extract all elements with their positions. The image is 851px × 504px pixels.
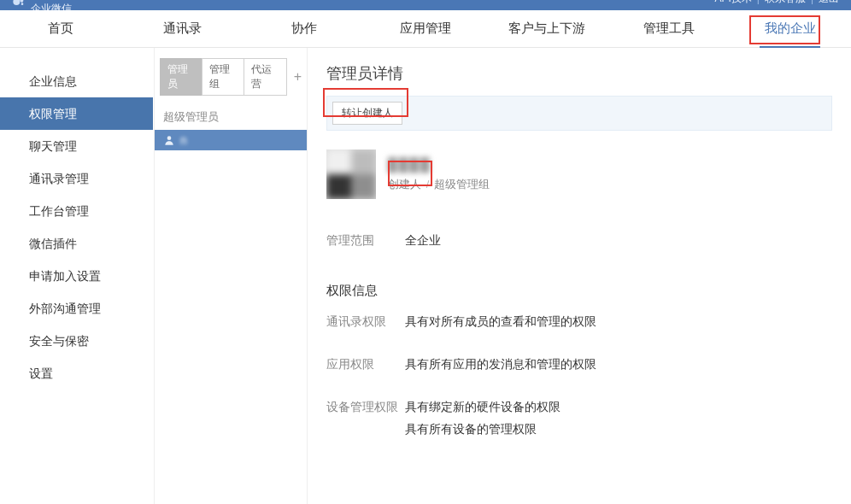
brand: 企业微信 xyxy=(12,0,72,10)
scope-value: 全企业 xyxy=(405,233,441,249)
perm-row-contacts: 通讯录权限 具有对所有成员的查看和管理的权限 xyxy=(326,314,832,337)
svg-point-0 xyxy=(13,0,20,5)
svg-point-2 xyxy=(21,3,24,5)
perm-value-line: 具有绑定新的硬件设备的权限 xyxy=(405,400,560,415)
admin-name: n xyxy=(180,133,187,147)
admin-role-tabs: 管理员 管理组 代运营 + xyxy=(155,58,307,96)
admin-list-panel: 管理员 管理组 代运营 + 超级管理员 n xyxy=(154,48,308,504)
tab-customers[interactable]: 客户与上下游 xyxy=(486,10,607,47)
sidebar-item-external-comm[interactable]: 外部沟通管理 xyxy=(0,292,153,325)
sidebar-item-workspace-mgmt[interactable]: 工作台管理 xyxy=(0,195,153,227)
content-pane: 管理员详情 转让创建人 ████ 创建人 / 超级管理组 管理范围 全企业 权限… xyxy=(308,48,851,504)
admin-section-title: 超级管理员 xyxy=(155,96,307,130)
page-title: 管理员详情 xyxy=(326,63,832,84)
tab-home[interactable]: 首页 xyxy=(0,10,121,47)
profile-meta: 创建人 / 超级管理组 xyxy=(388,177,490,192)
add-group-icon[interactable]: + xyxy=(294,70,302,84)
admin-profile: ████ 创建人 / 超级管理组 xyxy=(326,149,832,199)
sidebar-item-settings[interactable]: 设置 xyxy=(0,357,153,390)
top-nav: 首页 通讯录 协作 应用管理 客户与上下游 管理工具 我的企业 xyxy=(0,10,851,48)
sidebar: 企业信息 权限管理 聊天管理 通讯录管理 工作台管理 微信插件 申请加入设置 外… xyxy=(0,48,154,504)
admin-group-label: 超级管理组 xyxy=(434,178,490,190)
perm-label: 应用权限 xyxy=(326,357,405,379)
app-header: 企业微信 API技术 | 联系客服 | 退出 xyxy=(0,0,851,10)
transfer-creator-button[interactable]: 转让创建人 xyxy=(332,102,402,125)
tab-my-enterprise[interactable]: 我的企业 xyxy=(730,10,851,47)
perm-label: 设备管理权限 xyxy=(326,400,405,444)
mtab-group[interactable]: 管理组 xyxy=(202,58,244,96)
mtab-admin[interactable]: 管理员 xyxy=(160,58,202,96)
logo-icon xyxy=(12,0,26,9)
perm-label: 通讯录权限 xyxy=(326,314,405,337)
profile-display-name: ████ xyxy=(388,157,490,172)
sidebar-item-chat[interactable]: 聊天管理 xyxy=(0,130,153,162)
transfer-bar: 转让创建人 xyxy=(326,96,832,131)
sidebar-item-permissions[interactable]: 权限管理 xyxy=(0,97,153,130)
svg-point-3 xyxy=(167,136,172,140)
perm-row-apps: 应用权限 具有所有应用的发消息和管理的权限 xyxy=(326,357,832,379)
perm-section-title: 权限信息 xyxy=(326,283,832,299)
creator-label: 创建人 xyxy=(388,178,421,190)
profile-text: ████ 创建人 / 超级管理组 xyxy=(388,157,490,192)
perm-value: 具有绑定新的硬件设备的权限 具有所有设备的管理权限 xyxy=(405,400,560,444)
tab-tools[interactable]: 管理工具 xyxy=(607,10,729,47)
sidebar-item-contacts-mgmt[interactable]: 通讯录管理 xyxy=(0,162,153,195)
tab-contacts[interactable]: 通讯录 xyxy=(121,10,243,47)
tab-collaborate[interactable]: 协作 xyxy=(244,10,365,47)
admin-list-item[interactable]: n xyxy=(155,130,307,150)
sidebar-item-enterprise-info[interactable]: 企业信息 xyxy=(0,65,153,97)
sidebar-item-security[interactable]: 安全与保密 xyxy=(0,325,153,357)
mtab-agency[interactable]: 代运营 xyxy=(244,58,286,96)
perm-value-line: 具有对所有成员的查看和管理的权限 xyxy=(405,314,596,330)
sidebar-item-join-settings[interactable]: 申请加入设置 xyxy=(0,260,153,292)
avatar-placeholder xyxy=(326,149,376,199)
perm-value-line: 具有所有设备的管理权限 xyxy=(405,422,560,437)
perm-value-line: 具有所有应用的发消息和管理的权限 xyxy=(405,357,596,372)
avatar xyxy=(326,149,376,199)
sidebar-item-wechat-plugin[interactable]: 微信插件 xyxy=(0,227,153,260)
person-icon xyxy=(163,134,175,146)
scope-row: 管理范围 全企业 xyxy=(326,233,832,249)
perm-value: 具有对所有成员的查看和管理的权限 xyxy=(405,314,596,337)
main-area: 企业信息 权限管理 聊天管理 通讯录管理 工作台管理 微信插件 申请加入设置 外… xyxy=(0,48,851,504)
perm-value: 具有所有应用的发消息和管理的权限 xyxy=(405,357,596,379)
perm-row-devices: 设备管理权限 具有绑定新的硬件设备的权限 具有所有设备的管理权限 xyxy=(326,400,832,444)
svg-point-1 xyxy=(20,0,23,3)
meta-slash: / xyxy=(426,178,430,190)
scope-label: 管理范围 xyxy=(326,233,405,249)
tab-apps[interactable]: 应用管理 xyxy=(365,10,486,47)
